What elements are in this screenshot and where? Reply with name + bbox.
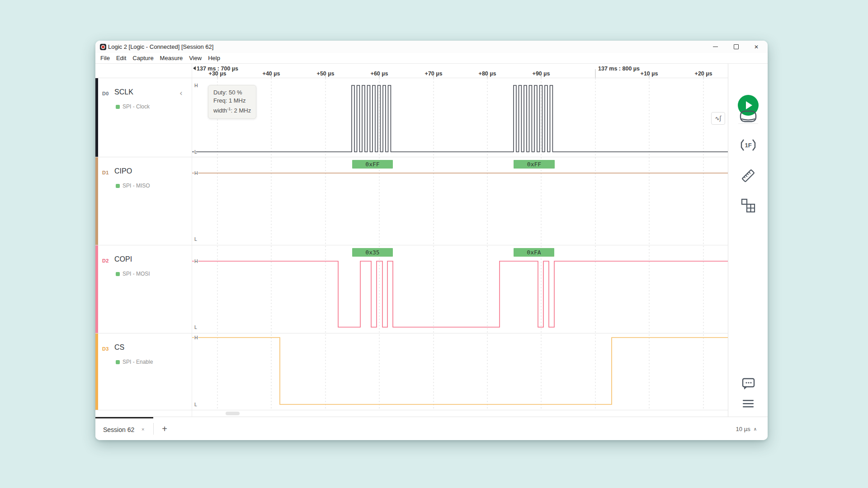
analyzer-tag[interactable]: SPI - MISO bbox=[116, 183, 150, 189]
timeline-minor-label: +90 µs bbox=[533, 70, 550, 77]
new-tab-button[interactable]: + bbox=[159, 422, 170, 436]
row-divider bbox=[95, 157, 728, 157]
tab-close-icon[interactable]: × bbox=[142, 427, 144, 432]
tooltip-duty: Duty: 50 % bbox=[213, 89, 251, 97]
tooltip-freq: Freq: 1 MHz bbox=[213, 97, 251, 105]
level-marker-high: H bbox=[194, 258, 198, 264]
channel-id: D2 bbox=[102, 258, 109, 263]
decode-value: 0x35 bbox=[365, 249, 379, 256]
channel-row-copi[interactable]: D2COPISPI - MOSI bbox=[95, 245, 192, 333]
menu-item-file[interactable]: File bbox=[97, 53, 113, 63]
timeline-minor-label: +20 µs bbox=[695, 70, 712, 77]
channel-row-cs[interactable]: D3CSSPI - Enable bbox=[95, 333, 192, 410]
row-divider bbox=[95, 245, 728, 245]
main-menu-button[interactable] bbox=[728, 398, 768, 410]
analyzer-tag[interactable]: SPI - Clock bbox=[116, 103, 150, 110]
analyzer-name: SPI - MOSI bbox=[123, 271, 150, 277]
waveform-canvas: +30 µs+40 µs+50 µs+60 µs+70 µs+80 µs+90 … bbox=[192, 64, 728, 417]
channel-id: D0 bbox=[102, 91, 109, 96]
row-divider bbox=[95, 410, 728, 410]
wave-copi bbox=[192, 261, 728, 327]
maximize-icon bbox=[734, 44, 739, 49]
channel-id: D3 bbox=[102, 346, 109, 352]
timeline-minor-label: +50 µs bbox=[317, 70, 335, 77]
timeline-scale-control[interactable]: 10 µs ∧ bbox=[736, 417, 757, 440]
ruler-icon bbox=[739, 167, 757, 185]
channel-id: D1 bbox=[102, 170, 109, 175]
measurement-tooltip: Duty: 50 % Freq: 1 MHz width-1: 2 MHz bbox=[208, 85, 256, 119]
session-tab-bar: Session 62 × + 10 µs ∧ bbox=[95, 417, 768, 440]
channel-name: SCLK bbox=[114, 88, 133, 96]
measurements-button[interactable] bbox=[728, 167, 768, 185]
level-marker-high: H bbox=[194, 83, 198, 88]
analyzer-tag[interactable]: SPI - MOSI bbox=[116, 271, 150, 277]
level-marker-low: L bbox=[194, 402, 197, 407]
level-marker-high: H bbox=[194, 170, 198, 176]
row-divider bbox=[95, 333, 728, 333]
level-marker-high: H bbox=[194, 335, 198, 340]
timeline-major-label: 137 ms : 800 µs bbox=[598, 66, 640, 72]
right-sidebar: 1F bbox=[728, 64, 768, 417]
timeline-minor-label: +10 µs bbox=[641, 70, 658, 77]
menu-item-capture[interactable]: Capture bbox=[129, 53, 156, 63]
menu-item-help[interactable]: Help bbox=[205, 53, 223, 63]
analyzer-color-icon bbox=[116, 360, 120, 364]
extensions-button[interactable] bbox=[728, 197, 768, 214]
trigger-1f-icon: 1F bbox=[738, 137, 758, 153]
menu-item-view[interactable]: View bbox=[186, 53, 205, 63]
analyzer-color-icon bbox=[116, 105, 120, 109]
scale-value: 10 µs bbox=[736, 426, 750, 432]
horizontal-scrollbar[interactable] bbox=[226, 412, 240, 415]
decode-value: 0xFA bbox=[527, 249, 541, 256]
trigger-edge-icon[interactable]: ∿ʃ bbox=[711, 112, 725, 125]
device-icon bbox=[739, 109, 758, 124]
app-logo-icon bbox=[100, 44, 106, 50]
menu-bar: FileEditCaptureMeasureViewHelp bbox=[97, 53, 223, 63]
svg-text:1F: 1F bbox=[745, 142, 751, 149]
feedback-button[interactable] bbox=[728, 376, 768, 392]
extensions-icon bbox=[740, 197, 756, 214]
chevron-up-icon: ∧ bbox=[754, 427, 757, 432]
channel-row-cipo[interactable]: D1CIPOSPI - MISO bbox=[95, 157, 192, 245]
channel-color-bar bbox=[95, 78, 98, 157]
tab-session-label: Session 62 bbox=[103, 426, 134, 433]
close-button[interactable]: ✕ bbox=[748, 41, 764, 53]
chat-bubble-icon bbox=[740, 376, 757, 392]
trigger-settings-button[interactable]: 1F bbox=[728, 137, 768, 153]
menu-item-measure[interactable]: Measure bbox=[157, 53, 186, 63]
analyzer-name: SPI - Clock bbox=[123, 103, 150, 110]
play-icon bbox=[746, 101, 752, 109]
analyzer-name: SPI - MISO bbox=[123, 183, 150, 189]
timeline-anchor-label: 137 ms : 700 µs bbox=[197, 66, 238, 72]
title-bar: Logic 2 [Logic - Connected] [Session 62]… bbox=[95, 41, 768, 53]
minimize-button[interactable] bbox=[707, 41, 723, 53]
wave-cs bbox=[192, 338, 728, 404]
menu-item-edit[interactable]: Edit bbox=[113, 53, 129, 63]
channel-row-sclk[interactable]: D0SCLKSPI - Clock bbox=[95, 78, 192, 157]
tab-separator bbox=[153, 423, 154, 435]
window-title: Logic 2 [Logic - Connected] [Session 62] bbox=[108, 41, 213, 53]
analyzer-name: SPI - Enable bbox=[123, 359, 153, 365]
decode-value: 0xFF bbox=[365, 161, 379, 168]
maximize-button[interactable] bbox=[728, 41, 744, 53]
timeline-minor-label: +80 µs bbox=[479, 70, 496, 77]
channel-color-bar bbox=[95, 245, 98, 333]
level-marker-low: L bbox=[194, 149, 197, 155]
waveform-area[interactable]: +30 µs+40 µs+50 µs+60 µs+70 µs+80 µs+90 … bbox=[192, 64, 728, 417]
channel-panel: ‹ D0SCLKSPI - ClockD1CIPOSPI - MISOD2COP… bbox=[95, 64, 192, 417]
row-divider bbox=[95, 78, 728, 78]
decode-value: 0xFF bbox=[527, 161, 541, 168]
analyzer-color-icon bbox=[116, 184, 120, 188]
wave-sclk bbox=[192, 85, 728, 152]
level-marker-low: L bbox=[194, 236, 197, 242]
channel-name: CIPO bbox=[114, 167, 132, 175]
channel-color-bar bbox=[95, 157, 98, 245]
timeline-minor-label: +40 µs bbox=[263, 70, 280, 77]
channel-name: COPI bbox=[114, 255, 132, 263]
tab-session[interactable]: Session 62 × bbox=[95, 417, 153, 440]
analyzer-tag[interactable]: SPI - Enable bbox=[116, 359, 153, 365]
device-settings-button[interactable] bbox=[728, 109, 768, 124]
hamburger-menu-icon bbox=[741, 398, 755, 410]
tooltip-width-inverse: width-1: 2 MHz bbox=[213, 105, 251, 115]
channel-color-bar bbox=[95, 333, 98, 410]
